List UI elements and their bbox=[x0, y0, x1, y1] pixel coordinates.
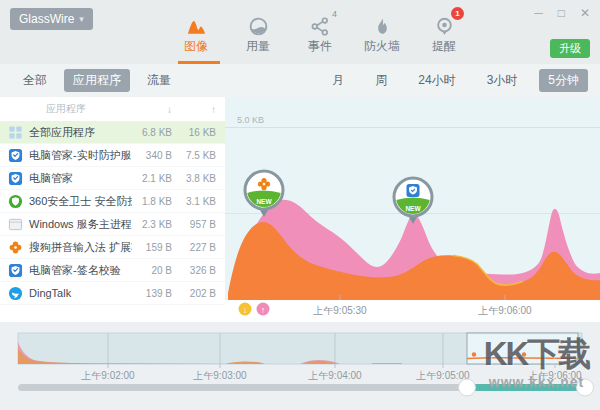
app-download: 20 B bbox=[132, 265, 172, 276]
app-upload: 326 B bbox=[172, 265, 225, 276]
range-month[interactable]: 月 bbox=[323, 69, 353, 92]
app-row-pc-manager-sign[interactable]: 电脑管家-签名校验 20 B 326 B bbox=[0, 259, 225, 282]
nav-tab-label: 事件 bbox=[294, 38, 346, 55]
app-download: 340 B bbox=[132, 150, 172, 161]
app-row-all-apps[interactable]: 全部应用程序 6.8 KB 16 KB bbox=[0, 121, 225, 144]
y-axis-label: 5.0 KB bbox=[237, 115, 264, 125]
legend-download-toggle[interactable]: ↓ bbox=[239, 303, 252, 316]
app-upload: 957 B bbox=[172, 219, 225, 230]
nav-tab-label: 防火墙 bbox=[356, 38, 408, 55]
x-axis-strip bbox=[225, 300, 600, 322]
all-apps-icon bbox=[8, 125, 23, 140]
360-safe-icon bbox=[8, 194, 23, 209]
column-header-download sort-down-icon[interactable]: ↓ bbox=[132, 104, 172, 115]
range-handle-left[interactable] bbox=[459, 379, 476, 396]
timeline-bump bbox=[372, 363, 402, 364]
events-count-superscript: 4 bbox=[332, 9, 337, 19]
sogou-pinyin-icon bbox=[8, 240, 23, 255]
app-list: 应用程序 ↓ ↑ 全部应用程序 6.8 KB 16 KB 电脑管家-实时防护服务 bbox=[0, 97, 225, 322]
app-row-windows-service[interactable]: Windows 服务主进程 2.3 KB 957 B bbox=[0, 213, 225, 236]
view-tab-all[interactable]: 全部 bbox=[14, 69, 56, 92]
view-tab-apps[interactable]: 应用程序 bbox=[64, 69, 130, 92]
maximize-button[interactable]: □ bbox=[558, 6, 565, 20]
usage-icon bbox=[232, 11, 284, 38]
app-name: Windows 服务主进程 bbox=[29, 217, 132, 232]
pc-manager-shield-icon bbox=[8, 171, 23, 186]
timeline-tick-label: 上午9:06:00 bbox=[527, 370, 582, 381]
upload-arrow-icon: ↑ bbox=[261, 305, 266, 315]
app-name: 搜狗拼音输入法 扩展功能管理器 bbox=[29, 240, 132, 255]
download-arrow-icon: ↓ bbox=[243, 305, 248, 315]
traffic-graph[interactable]: 5.0 KB bbox=[225, 97, 600, 322]
window-controls: ─ □ ✕ bbox=[534, 6, 590, 20]
selection-traffic-line bbox=[467, 358, 578, 359]
pc-manager-shield-icon bbox=[8, 263, 23, 278]
timeline-tick-label: 上午9:02:00 bbox=[80, 370, 135, 381]
nav-tab-firewall[interactable]: 防火墙 bbox=[356, 11, 408, 55]
app-row-pc-manager-rt[interactable]: 电脑管家-实时防护服务 340 B 7.5 KB bbox=[0, 144, 225, 167]
close-button[interactable]: ✕ bbox=[580, 6, 590, 20]
app-download: 2.3 KB bbox=[132, 219, 172, 230]
pc-manager-shield-icon bbox=[8, 148, 23, 163]
nav-tab-events[interactable]: 4 事件 bbox=[294, 11, 346, 55]
app-download: 159 B bbox=[132, 242, 172, 253]
nav-tab-alerts[interactable]: 1 提醒 bbox=[418, 11, 470, 55]
event-dot bbox=[472, 352, 476, 356]
alerts-badge: 1 bbox=[451, 7, 464, 20]
pc-manager-shield-icon bbox=[407, 184, 420, 197]
app-upload: 16 KB bbox=[172, 127, 225, 138]
time-range-tabs: 月 周 24小时 3小时 5分钟 bbox=[323, 69, 600, 92]
app-upload: 3.1 KB bbox=[172, 196, 225, 207]
range-handle-right[interactable] bbox=[577, 379, 594, 396]
timeline-selection-window[interactable] bbox=[467, 333, 578, 364]
app-download: 6.8 KB bbox=[132, 127, 172, 138]
range-24h[interactable]: 24小时 bbox=[409, 69, 464, 92]
new-badge: NEW bbox=[405, 205, 421, 212]
app-name: 电脑管家-签名校验 bbox=[29, 263, 132, 278]
app-download: 2.1 KB bbox=[132, 173, 172, 184]
app-upload: 3.8 KB bbox=[172, 173, 225, 184]
app-menu-label: GlassWire bbox=[19, 12, 74, 26]
app-download: 1.8 KB bbox=[132, 196, 172, 207]
windows-service-icon bbox=[8, 217, 23, 232]
app-row-360-safe[interactable]: 360安全卫士 安全防护中心模块 1.8 KB 3.1 KB bbox=[0, 190, 225, 213]
app-upload: 227 B bbox=[172, 242, 225, 253]
range-5min[interactable]: 5分钟 bbox=[539, 69, 588, 92]
timeline-tick-label: 上午9:03:00 bbox=[192, 370, 247, 381]
view-tab-traffic[interactable]: 流量 bbox=[138, 69, 180, 92]
column-header-apps[interactable]: 应用程序 bbox=[0, 102, 132, 116]
x-tick-label: 上午9:05:30 bbox=[312, 305, 367, 316]
app-row-dingtalk[interactable]: DingTalk 139 B 202 B bbox=[0, 282, 225, 305]
main-content: 应用程序 ↓ ↑ 全部应用程序 6.8 KB 16 KB 电脑管家-实时防护服务 bbox=[0, 97, 600, 322]
minimize-button[interactable]: ─ bbox=[534, 6, 543, 20]
app-upload: 202 B bbox=[172, 288, 225, 299]
nav-tab-label: 提醒 bbox=[418, 38, 470, 55]
timeline-scrollbar-range[interactable] bbox=[467, 384, 587, 391]
view-tabs: 全部 应用程序 流量 bbox=[0, 69, 180, 92]
firewall-icon bbox=[356, 11, 408, 38]
timeline-tick-label: 上午9:05:00 bbox=[415, 370, 470, 381]
app-name: DingTalk bbox=[29, 287, 132, 299]
app-menu-button[interactable]: GlassWire ▾ bbox=[10, 8, 93, 30]
nav-tab-graph[interactable]: 图像 bbox=[170, 11, 222, 55]
nav-tab-usage[interactable]: 用量 bbox=[232, 11, 284, 55]
app-name: 360安全卫士 安全防护中心模块 bbox=[29, 194, 132, 209]
column-header-upload sort-up-icon[interactable]: ↑ bbox=[172, 104, 225, 115]
app-name: 电脑管家 bbox=[29, 171, 132, 186]
range-3h[interactable]: 3小时 bbox=[478, 69, 527, 92]
filter-toolbar: 全部 应用程序 流量 月 周 24小时 3小时 5分钟 bbox=[0, 64, 600, 98]
timeline-scrubber: 上午9:02:00 上午9:03:00 上午9:04:00 上午9:05:00 … bbox=[0, 332, 600, 398]
app-download: 139 B bbox=[132, 288, 172, 299]
app-row-sogou[interactable]: 搜狗拼音输入法 扩展功能管理器 159 B 227 B bbox=[0, 236, 225, 259]
nav-tab-label: 图像 bbox=[170, 38, 222, 55]
graph-icon bbox=[170, 11, 222, 38]
range-week[interactable]: 周 bbox=[366, 69, 396, 92]
upgrade-button[interactable]: 升级 bbox=[550, 39, 590, 58]
x-tick-label: 上午9:06:00 bbox=[477, 305, 532, 316]
timeline-tick-label: 上午9:04:00 bbox=[307, 370, 362, 381]
app-name: 全部应用程序 bbox=[29, 125, 132, 140]
app-row-pc-manager[interactable]: 电脑管家 2.1 KB 3.8 KB bbox=[0, 167, 225, 190]
legend-upload-toggle[interactable]: ↑ bbox=[257, 303, 270, 316]
events-icon bbox=[294, 11, 346, 38]
app-list-header: 应用程序 ↓ ↑ bbox=[0, 97, 225, 121]
